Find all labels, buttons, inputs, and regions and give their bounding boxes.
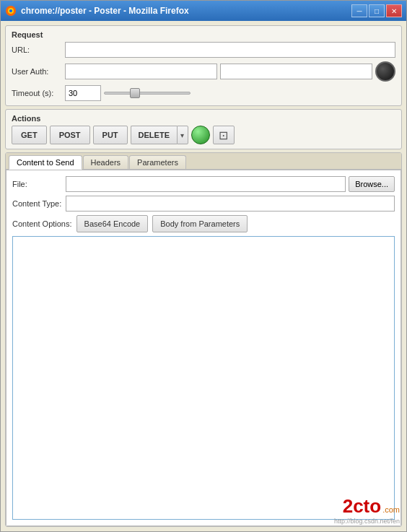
- close-button[interactable]: ✕: [386, 4, 402, 17]
- title-bar: chrome://poster - Poster - Mozilla Firef…: [1, 1, 406, 21]
- content-options-row: Content Options: Base64 Encode Body from…: [12, 215, 395, 232]
- content-type-label: Content Type:: [12, 199, 63, 208]
- tab-headers[interactable]: Headers: [83, 155, 129, 169]
- watermark-com: .com: [382, 505, 400, 514]
- auth-password-input[interactable]: [220, 64, 372, 79]
- window-title: chrome://poster - Poster - Mozilla Firef…: [21, 6, 351, 16]
- delete-dropdown-arrow[interactable]: ▾: [177, 126, 188, 144]
- auth-icon: [375, 61, 395, 82]
- timeout-row: Timeout (s):: [12, 85, 395, 101]
- url-label: URL:: [12, 45, 62, 54]
- firefox-icon: [5, 5, 17, 17]
- base64-encode-button[interactable]: Base64 Encode: [76, 215, 149, 232]
- browse-button[interactable]: Browse...: [349, 176, 395, 192]
- tab-content-to-send[interactable]: Content to Send: [9, 155, 82, 170]
- svg-point-2: [9, 9, 12, 12]
- put-button[interactable]: PUT: [93, 126, 128, 144]
- actions-section: Actions GET POST PUT DELETE ▾ ⊡: [5, 109, 402, 149]
- timeout-slider-container: [104, 92, 395, 95]
- file-row: File: Browse...: [12, 176, 395, 192]
- post-button[interactable]: POST: [50, 126, 90, 144]
- timeout-slider[interactable]: [104, 92, 191, 95]
- user-auth-label: User Auth:: [12, 67, 62, 76]
- auth-username-input[interactable]: [65, 64, 217, 79]
- body-from-params-button[interactable]: Body from Parameters: [152, 215, 248, 232]
- watermark: 2cto .com http://blog.csdn.net/fen: [334, 495, 400, 525]
- tab-parameters[interactable]: Parameters: [129, 155, 186, 169]
- watermark-url: http://blog.csdn.net/fen: [334, 518, 400, 525]
- auth-row: User Auth:: [12, 61, 395, 82]
- main-window: chrome://poster - Poster - Mozilla Firef…: [0, 0, 407, 532]
- request-section: Request URL: User Auth: Timeout (s):: [5, 25, 402, 106]
- file-input[interactable]: [66, 176, 346, 192]
- tab-bar: Content to Send Headers Parameters: [6, 153, 401, 170]
- toggle-button[interactable]: ⊡: [213, 126, 235, 144]
- body-textarea[interactable]: [12, 236, 395, 520]
- timeout-input[interactable]: [65, 85, 101, 101]
- url-row: URL:: [12, 42, 395, 58]
- timeout-label: Timeout (s):: [12, 89, 62, 97]
- file-label: File:: [12, 180, 63, 188]
- content-type-row: Content Type:: [12, 196, 395, 212]
- maximize-button[interactable]: □: [369, 4, 385, 17]
- content-area: Request URL: User Auth: Timeout (s):: [1, 21, 406, 531]
- tab-content-area: File: Browse... Content Type: Content Op…: [6, 170, 401, 526]
- content-type-input[interactable]: [66, 196, 395, 212]
- status-indicator: [191, 126, 210, 144]
- actions-label: Actions: [12, 114, 395, 123]
- request-label: Request: [12, 30, 395, 39]
- actions-row: GET POST PUT DELETE ▾ ⊡: [12, 126, 395, 144]
- get-button[interactable]: GET: [12, 126, 47, 144]
- url-input[interactable]: [65, 42, 395, 58]
- window-controls: ─ □ ✕: [351, 4, 402, 17]
- watermark-logo: 2cto: [343, 495, 381, 518]
- content-options-label: Content Options:: [12, 219, 72, 228]
- delete-button[interactable]: DELETE: [131, 126, 177, 144]
- slider-thumb[interactable]: [130, 88, 140, 98]
- tabs-panel: Content to Send Headers Parameters File:…: [5, 152, 402, 527]
- minimize-button[interactable]: ─: [351, 4, 367, 17]
- delete-group: DELETE ▾: [131, 126, 188, 144]
